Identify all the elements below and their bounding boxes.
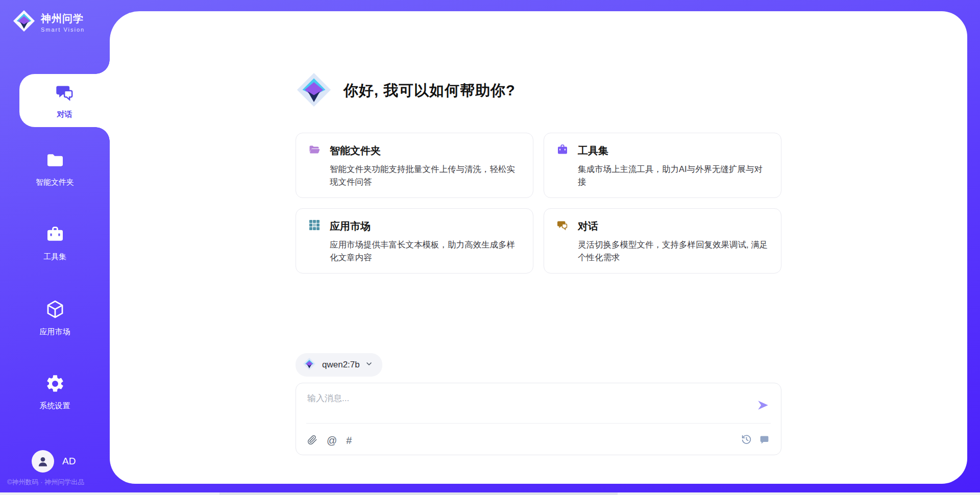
attach-button[interactable] [307, 435, 317, 447]
history-icon [741, 434, 752, 447]
card-title: 工具集 [578, 144, 608, 158]
sidebar-item-settings[interactable]: 系统设置 [0, 371, 110, 413]
sidebar-item-label: 对话 [57, 110, 72, 119]
send-button[interactable] [756, 399, 770, 413]
chevron-down-icon [365, 360, 373, 370]
sidebar-item-label: 系统设置 [40, 401, 70, 411]
at-icon[interactable]: @ [327, 435, 337, 445]
assistant-logo-icon [296, 71, 332, 110]
model-selector[interactable]: qwen2:7b [296, 353, 382, 377]
brand: 神州问学 Smart Vision [0, 0, 110, 35]
message-composer: @ # [296, 383, 781, 455]
card-smart-folder[interactable]: 智能文件夹 智能文件夹功能支持批量文件上传与清洗，轻松实现文件问答 [296, 133, 533, 198]
feature-cards: 智能文件夹 智能文件夹功能支持批量文件上传与清洗，轻松实现文件问答 [296, 133, 781, 274]
card-toolset[interactable]: 工具集 集成市场上主流工具，助力AI与外界无缝扩展与对接 [544, 133, 781, 198]
sidebar-item-label: 工具集 [43, 252, 66, 262]
app-window: 神州问学 Smart Vision 对话 [0, 0, 980, 495]
model-logo-icon [303, 357, 316, 373]
grid-icon [308, 219, 321, 233]
scrollbar-thumb[interactable] [219, 492, 618, 495]
chat-icon [556, 219, 569, 233]
greeting-header: 你好, 我可以如何帮助你? [296, 71, 781, 110]
toolbox-icon [556, 143, 569, 158]
user-initials: AD [62, 456, 76, 467]
sidebar-item-toolset[interactable]: 工具集 [0, 222, 110, 264]
folder-icon [45, 150, 65, 172]
sidebar-item-label: 智能文件夹 [36, 178, 74, 187]
chat-icon [55, 82, 75, 105]
card-description: 智能文件夹功能支持批量文件上传与清洗，轻松实现文件问答 [330, 163, 521, 188]
sidebar: 神州问学 Smart Vision 对话 [0, 0, 110, 495]
sidebar-item-smart-folder[interactable]: 智能文件夹 [0, 147, 110, 189]
message-icon [759, 434, 770, 447]
copyright-text: ©神州数码 · 神州问学出品 [7, 478, 84, 487]
folder-open-icon [308, 143, 321, 158]
main-panel: 你好, 我可以如何帮助你? 智能文件夹 智能文件夹功能支持批量文件上传与清洗，轻… [110, 11, 967, 484]
greeting-title: 你好, 我可以如何帮助你? [344, 81, 516, 101]
card-app-market[interactable]: 应用市场 应用市场提供丰富长文本模板，助力高效生成多样化文章内容 [296, 208, 533, 274]
avatar [32, 450, 54, 473]
sidebar-item-chat[interactable]: 对话 [19, 74, 110, 127]
cube-icon [44, 299, 66, 322]
card-description: 灵活切换多模型文件，支持多样回复效果调试, 满足个性化需求 [578, 238, 769, 264]
card-description: 集成市场上主流工具，助力AI与外界无缝扩展与对接 [578, 163, 769, 188]
sidebar-item-label: 应用市场 [40, 327, 70, 337]
composer-toolbar: @ # [307, 434, 770, 447]
history-button[interactable] [741, 434, 752, 447]
sidebar-item-app-market[interactable]: 应用市场 [0, 296, 110, 338]
conversation-button[interactable] [759, 434, 770, 447]
send-icon [756, 406, 770, 413]
user-account[interactable]: AD [32, 450, 76, 473]
card-title: 智能文件夹 [330, 144, 381, 158]
model-name: qwen2:7b [322, 360, 360, 370]
brand-subtitle: Smart Vision [41, 27, 85, 33]
card-title: 应用市场 [330, 219, 371, 233]
toolbox-icon [45, 225, 65, 247]
message-input[interactable] [296, 383, 781, 421]
horizontal-scrollbar[interactable] [0, 492, 980, 495]
paperclip-icon [307, 435, 317, 447]
composer-divider [306, 423, 771, 424]
card-description: 应用市场提供丰富长文本模板，助力高效生成多样化文章内容 [330, 238, 521, 264]
gear-icon [45, 374, 65, 396]
card-chat[interactable]: 对话 灵活切换多模型文件，支持多样回复效果调试, 满足个性化需求 [544, 208, 781, 274]
hash-icon[interactable]: # [346, 435, 352, 445]
card-title: 对话 [578, 219, 598, 233]
brand-logo-icon [12, 9, 36, 35]
brand-name: 神州问学 [41, 12, 85, 26]
sidebar-nav: 对话 智能文件夹 工具集 [0, 74, 110, 413]
